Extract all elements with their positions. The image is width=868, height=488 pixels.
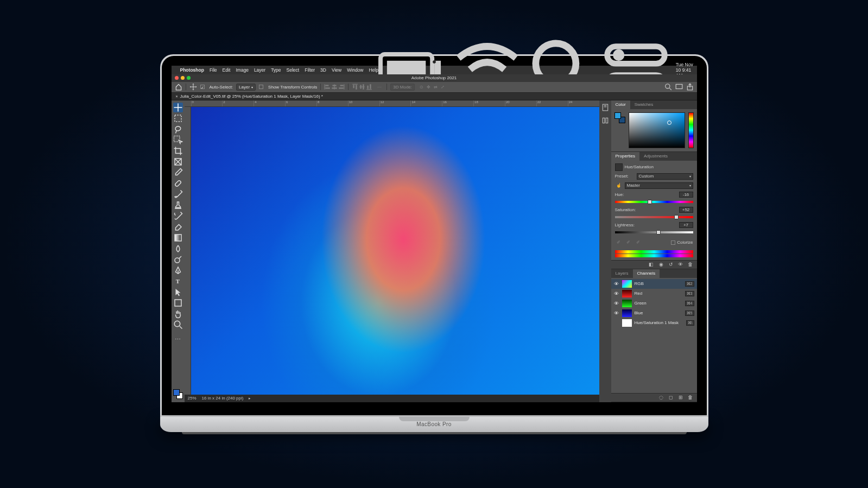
menu-view[interactable]: View: [332, 67, 341, 73]
color-ramp: [615, 250, 693, 257]
zoom-tool[interactable]: [173, 320, 183, 329]
new-channel-icon[interactable]: ⊞: [677, 394, 684, 401]
search-icon[interactable]: [664, 83, 672, 91]
menu-help[interactable]: Help: [369, 67, 378, 73]
shape-tool[interactable]: [173, 298, 183, 308]
screen-mode-icon[interactable]: [675, 83, 683, 91]
eyedrop-icon[interactable]: ✐: [615, 239, 623, 246]
document-tab[interactable]: × Julia_Color-Edit_V05.tif @ 25% (Hue/Sa…: [172, 93, 697, 100]
auto-select-dropdown[interactable]: Layer▾: [236, 84, 256, 91]
object-select-tool[interactable]: [173, 135, 183, 145]
clip-to-layer-icon[interactable]: ◧: [648, 261, 655, 268]
lasso-tool[interactable]: [173, 124, 183, 134]
eyedropper-tool[interactable]: [173, 168, 183, 178]
menu-layer[interactable]: Layer: [254, 67, 265, 73]
vertical-ruler[interactable]: [185, 107, 191, 395]
trash-icon[interactable]: 🗑: [687, 261, 694, 268]
document-canvas[interactable]: [191, 107, 599, 395]
visibility-icon[interactable]: 👁: [614, 301, 619, 306]
menu-file[interactable]: File: [210, 67, 217, 73]
hue-slider-bar[interactable]: [615, 201, 693, 203]
load-selection-icon[interactable]: ◌: [658, 394, 664, 401]
svg-rect-20: [353, 85, 354, 88]
color-fg-bg[interactable]: [614, 112, 625, 123]
history-panel-icon[interactable]: [601, 104, 609, 111]
visibility-icon[interactable]: 👁: [614, 310, 619, 316]
minimize-button[interactable]: [181, 76, 185, 80]
color-field[interactable]: [629, 112, 685, 148]
menu-image[interactable]: Image: [236, 67, 249, 73]
pen-tool[interactable]: [173, 265, 183, 275]
huesat-icon: [615, 163, 623, 171]
menu-app[interactable]: Photoshop: [180, 67, 204, 73]
toggle-visibility-icon[interactable]: 👁: [677, 261, 684, 268]
reset-icon[interactable]: ↺: [668, 261, 674, 268]
stamp-tool[interactable]: [173, 200, 183, 210]
hue-value[interactable]: -16: [679, 192, 693, 198]
healing-tool[interactable]: [173, 179, 183, 188]
menu-select[interactable]: Select: [287, 67, 300, 73]
eyedrop-plus-icon[interactable]: ✐: [625, 239, 632, 246]
align-bottom-icon: [366, 83, 372, 91]
tools-panel: T ⋯: [172, 100, 185, 402]
channel-row[interactable]: 👁Blue⌘5: [611, 308, 697, 318]
libraries-panel-icon[interactable]: [601, 117, 609, 124]
eyedrop-minus-icon[interactable]: ✐: [635, 239, 642, 246]
edit-toolbar-icon[interactable]: ⋯: [173, 335, 183, 345]
tab-properties[interactable]: Properties: [611, 152, 639, 161]
type-tool[interactable]: T: [173, 276, 183, 286]
transform-checkbox[interactable]: [259, 85, 263, 89]
path-select-tool[interactable]: [173, 287, 183, 297]
gradient-tool[interactable]: [173, 233, 183, 243]
move-tool[interactable]: [173, 103, 183, 112]
eraser-tool[interactable]: [173, 222, 183, 232]
menu-type[interactable]: Type: [271, 67, 281, 73]
tab-color[interactable]: Color: [611, 100, 630, 109]
auto-select-checkbox[interactable]: [200, 85, 205, 89]
frame-tool[interactable]: [173, 157, 183, 167]
sat-value[interactable]: +52: [679, 207, 693, 213]
hue-slider[interactable]: [688, 112, 694, 148]
color-swatches[interactable]: [173, 389, 183, 399]
horizontal-ruler[interactable]: 0 2 4 6 8 10 12 14 16 18 20 22 2: [185, 100, 599, 107]
tab-layers[interactable]: Layers: [611, 269, 633, 278]
channel-row[interactable]: 👁RGB⌘2: [611, 279, 697, 289]
delete-channel-icon[interactable]: 🗑: [687, 394, 694, 401]
finger-icon[interactable]: ☝: [615, 182, 623, 189]
brush-tool[interactable]: [173, 189, 183, 199]
range-dropdown[interactable]: Master▾: [625, 182, 693, 189]
menu-window[interactable]: Window: [347, 67, 363, 73]
visibility-icon[interactable]: 👁: [614, 291, 619, 296]
light-value[interactable]: +7: [679, 222, 693, 228]
marquee-tool[interactable]: [173, 113, 183, 123]
tab-channels[interactable]: Channels: [633, 269, 660, 278]
tab-swatches[interactable]: Swatches: [630, 100, 658, 109]
menu-edit[interactable]: Edit: [223, 67, 231, 73]
tab-adjustments[interactable]: Adjustments: [639, 152, 672, 161]
menu-3d[interactable]: 3D: [320, 67, 326, 73]
laptop-base: MacBook Pro: [160, 417, 708, 432]
blur-tool[interactable]: [173, 244, 183, 253]
dodge-tool[interactable]: [173, 255, 183, 264]
channel-row[interactable]: 👁Red⌘3: [611, 289, 697, 299]
lightness-slider[interactable]: [615, 231, 693, 233]
zoom-button[interactable]: [187, 76, 191, 80]
more-align-icon[interactable]: ⋯: [376, 83, 383, 91]
channel-row[interactable]: Hue/Saturation 1 Mask⌘\: [611, 318, 697, 328]
saturation-slider[interactable]: [615, 216, 693, 218]
share-icon[interactable]: [686, 83, 694, 91]
hand-tool[interactable]: [173, 309, 183, 319]
save-selection-icon[interactable]: ◻: [668, 394, 674, 401]
visibility-icon[interactable]: 👁: [614, 281, 619, 287]
crop-tool[interactable]: [173, 146, 183, 156]
colorize-checkbox[interactable]: [671, 240, 675, 245]
close-button[interactable]: [175, 76, 179, 80]
home-icon[interactable]: [175, 83, 182, 91]
zoom-level[interactable]: 25%: [188, 396, 197, 401]
preset-dropdown[interactable]: Custom▾: [637, 173, 693, 180]
doc-info[interactable]: 16 in x 24 in (240 ppi): [202, 396, 244, 401]
menu-filter[interactable]: Filter: [305, 67, 315, 73]
history-brush-tool[interactable]: [173, 211, 183, 221]
view-previous-icon[interactable]: ◉: [658, 261, 664, 268]
channel-row[interactable]: 👁Green⌘4: [611, 299, 697, 308]
